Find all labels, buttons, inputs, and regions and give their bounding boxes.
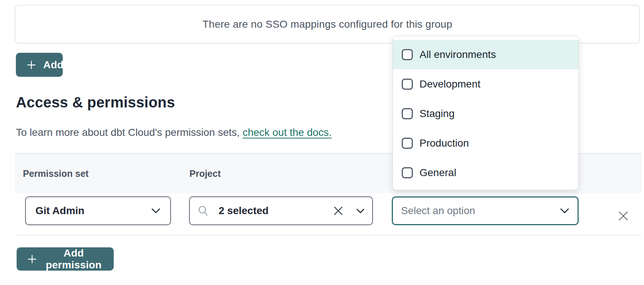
environment-placeholder: Select an option bbox=[401, 205, 475, 217]
checkbox-unchecked-icon[interactable] bbox=[402, 138, 413, 149]
add-permission-button[interactable]: Add permission bbox=[17, 247, 114, 271]
checkbox-unchecked-icon[interactable] bbox=[402, 108, 413, 119]
search-icon bbox=[197, 205, 209, 217]
chevron-down-icon bbox=[560, 208, 569, 214]
plus-icon bbox=[26, 60, 37, 70]
chevron-down-icon bbox=[151, 208, 161, 214]
environment-select[interactable]: Select an option bbox=[392, 196, 579, 225]
option-label: Production bbox=[419, 137, 469, 149]
remove-x-icon bbox=[618, 210, 629, 222]
dropdown-option-production[interactable]: Production bbox=[393, 128, 578, 158]
permission-set-value: Git Admin bbox=[35, 205, 85, 217]
add-button-label: Add bbox=[43, 59, 64, 71]
project-multiselect[interactable]: 2 selected bbox=[189, 196, 373, 225]
dropdown-option-development[interactable]: Development bbox=[393, 69, 578, 99]
permissions-description: To learn more about dbt Cloud's permissi… bbox=[16, 127, 332, 138]
checkbox-unchecked-icon[interactable] bbox=[402, 49, 413, 60]
option-label: Development bbox=[419, 78, 480, 90]
option-label: General bbox=[419, 167, 456, 179]
page-title: Access & permissions bbox=[16, 94, 175, 111]
sso-empty-message: There are no SSO mappings configured for… bbox=[202, 18, 452, 30]
column-header-permission-set: Permission set bbox=[23, 168, 89, 179]
permission-set-select[interactable]: Git Admin bbox=[25, 196, 171, 225]
description-text: To learn more about dbt Cloud's permissi… bbox=[16, 127, 243, 138]
docs-link[interactable]: check out the docs. bbox=[243, 127, 332, 138]
plus-icon bbox=[27, 254, 37, 264]
permission-table-row: Git Admin 2 selected Select an option bbox=[15, 193, 641, 236]
dropdown-option-general[interactable]: General bbox=[393, 158, 578, 188]
checkbox-unchecked-icon[interactable] bbox=[402, 167, 413, 178]
chevron-down-icon bbox=[356, 208, 365, 214]
option-label: Staging bbox=[419, 108, 455, 120]
column-header-project: Project bbox=[189, 168, 221, 179]
checkbox-unchecked-icon[interactable] bbox=[402, 79, 413, 90]
clear-selection-icon[interactable] bbox=[333, 206, 343, 216]
add-permission-label: Add permission bbox=[44, 247, 103, 271]
dropdown-option-all-environments[interactable]: All environments bbox=[393, 40, 578, 69]
option-label: All environments bbox=[419, 49, 496, 61]
project-selected-value: 2 selected bbox=[219, 205, 268, 217]
dropdown-option-staging[interactable]: Staging bbox=[393, 99, 578, 128]
environment-dropdown-panel: All environments Development Staging Pro… bbox=[393, 36, 579, 190]
remove-row-button[interactable] bbox=[613, 206, 634, 226]
add-sso-mapping-button[interactable]: Add bbox=[16, 53, 63, 77]
group-settings-page: There are no SSO mappings configured for… bbox=[0, 0, 644, 285]
